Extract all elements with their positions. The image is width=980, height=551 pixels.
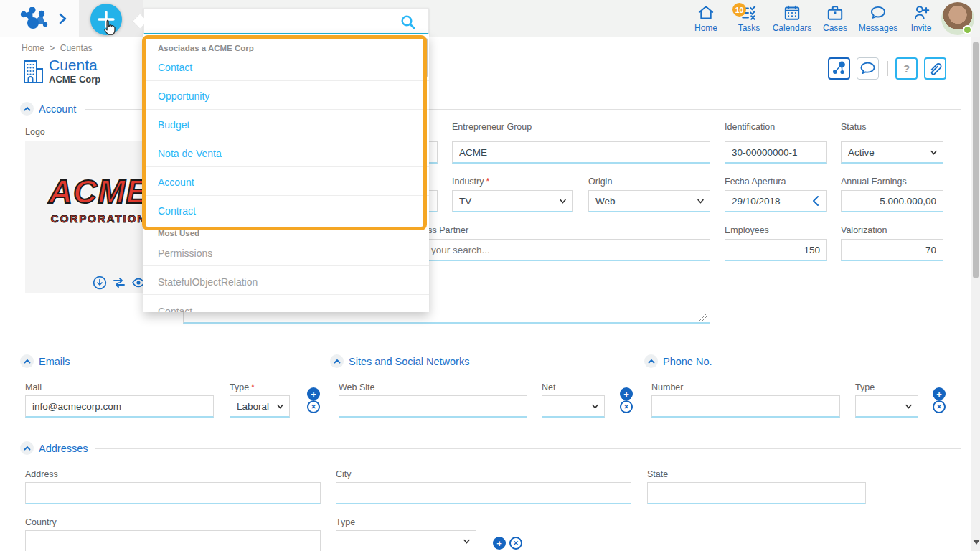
- chevron-up-icon: [23, 444, 32, 453]
- origin-select[interactable]: Web: [588, 190, 710, 212]
- required-asterisk: *: [486, 176, 489, 187]
- state-field[interactable]: [647, 482, 866, 504]
- search-icon[interactable]: [400, 14, 417, 31]
- net-select[interactable]: [542, 395, 605, 418]
- logo-label: Logo: [25, 127, 45, 137]
- search-input[interactable]: [150, 11, 394, 30]
- breadcrumb-home[interactable]: Home: [22, 43, 44, 53]
- dropdown-item-permissions[interactable]: Permissions: [158, 248, 212, 259]
- comment-button[interactable]: [857, 57, 879, 80]
- dropdown-separator: [143, 138, 429, 138]
- search-box: [143, 8, 429, 35]
- nav-cases-label: Cases: [814, 23, 857, 33]
- dropdown-item-contract[interactable]: Contract: [158, 205, 196, 217]
- scrollbar-down-arrow[interactable]: [973, 540, 980, 545]
- phone-section-title: Phone No.: [663, 356, 712, 367]
- nav-home[interactable]: Home: [684, 4, 727, 33]
- page-scrollbar-thumb[interactable]: [973, 42, 979, 278]
- add-phone-button[interactable]: +: [933, 387, 946, 400]
- nav-calendars[interactable]: Calendars: [771, 4, 814, 33]
- employees-field[interactable]: [725, 239, 827, 261]
- addresses-section-divider: [95, 448, 961, 449]
- fecha-apertura-label: Fecha Apertura: [725, 176, 786, 187]
- dropdown-separator: [143, 195, 429, 196]
- annual-earnings-field[interactable]: [841, 190, 943, 212]
- account-section-collapse[interactable]: [20, 102, 34, 116]
- status-select[interactable]: Active: [841, 141, 943, 164]
- dropdown-item-statefulobjectrelation[interactable]: StatefulObjectRelation: [158, 276, 258, 288]
- share-network-button[interactable]: [828, 57, 850, 80]
- status-value: Active: [848, 147, 875, 158]
- dropdown-scrollbar-thumb[interactable]: [424, 38, 428, 77]
- mail-label: Mail: [25, 382, 42, 392]
- remove-address-button[interactable]: ✕: [509, 537, 522, 550]
- app-logo-splat-icon[interactable]: [19, 7, 50, 32]
- help-button[interactable]: ?: [895, 57, 918, 80]
- dropdown-item-contact[interactable]: Contact: [158, 62, 192, 73]
- home-icon: [697, 4, 715, 22]
- business-partner-search-field[interactable]: [400, 239, 710, 261]
- entrepreneur-group-field[interactable]: [452, 141, 710, 164]
- origin-value: Web: [595, 196, 616, 207]
- country-field[interactable]: [25, 530, 321, 551]
- nav-invite-label: Invite: [900, 23, 943, 33]
- email-type-select[interactable]: Laboral: [230, 395, 290, 418]
- industry-value: TV: [459, 196, 471, 207]
- annual-earnings-label: Annual Earnings: [841, 176, 907, 187]
- nav-cases[interactable]: Cases: [814, 4, 857, 33]
- download-logo-icon[interactable]: [93, 276, 107, 290]
- required-asterisk: *: [251, 382, 255, 392]
- remove-email-button[interactable]: ✕: [307, 400, 320, 413]
- mail-field[interactable]: [25, 395, 214, 418]
- add-site-button[interactable]: +: [620, 387, 633, 400]
- briefcase-icon: [826, 4, 844, 22]
- phone-section-collapse[interactable]: [644, 354, 658, 368]
- address-field[interactable]: [25, 482, 321, 504]
- phone-type-select[interactable]: [855, 395, 918, 418]
- paperclip-icon: [925, 59, 945, 78]
- add-address-button[interactable]: +: [493, 537, 506, 550]
- phone-type-label: Type: [855, 382, 875, 392]
- sites-section-title: Sites and Social Networks: [349, 356, 469, 367]
- nav-invite[interactable]: Invite: [900, 4, 943, 33]
- question-mark-icon: ?: [903, 62, 910, 75]
- sites-section-collapse[interactable]: [330, 354, 344, 368]
- address-type-select[interactable]: [336, 530, 476, 551]
- chevron-up-icon: [23, 357, 32, 366]
- city-label: City: [336, 469, 352, 479]
- chevron-right-icon[interactable]: [57, 12, 67, 25]
- dropdown-item-nota-de-venta[interactable]: Nota de Venta: [158, 148, 222, 159]
- action-divider: [887, 61, 888, 76]
- web-site-field[interactable]: [339, 395, 527, 418]
- dropdown-item-budget[interactable]: Budget: [158, 119, 189, 131]
- remove-site-button[interactable]: ✕: [620, 400, 633, 413]
- number-field[interactable]: [651, 395, 840, 418]
- valorization-field[interactable]: [841, 239, 943, 261]
- replace-logo-icon[interactable]: [111, 276, 127, 290]
- collapse-date-chevron-icon[interactable]: [811, 195, 821, 207]
- industry-select[interactable]: TV: [452, 190, 573, 212]
- dropdown-item-account[interactable]: Account: [158, 176, 194, 188]
- add-email-button[interactable]: +: [307, 387, 320, 400]
- emails-section-collapse[interactable]: [20, 354, 34, 368]
- attachment-button[interactable]: [924, 57, 946, 80]
- account-section-title: Account: [39, 103, 76, 115]
- dropdown-item-opportunity[interactable]: Opportunity: [158, 90, 209, 102]
- textarea-resize-grip[interactable]: [699, 314, 707, 321]
- invite-person-icon: [912, 4, 930, 22]
- dropdown-separator: [143, 80, 429, 81]
- city-field[interactable]: [336, 482, 631, 504]
- identification-label: Identification: [725, 122, 775, 132]
- origin-label: Origin: [588, 176, 612, 187]
- remove-phone-button[interactable]: ✕: [933, 400, 946, 413]
- dropdown-separator: [143, 109, 429, 110]
- entrepreneur-group-label: Entrepreneur Group: [452, 122, 532, 132]
- country-label: Country: [25, 517, 57, 527]
- identification-field[interactable]: [725, 141, 827, 164]
- breadcrumb-cuentas[interactable]: Cuentas: [60, 43, 93, 53]
- comment-bubble-icon: [857, 58, 878, 79]
- address-label: Address: [25, 469, 58, 479]
- nav-messages[interactable]: Messages: [857, 4, 900, 33]
- addresses-section-collapse[interactable]: [20, 441, 34, 455]
- dropdown-item-partial[interactable]: Contact: [158, 306, 192, 312]
